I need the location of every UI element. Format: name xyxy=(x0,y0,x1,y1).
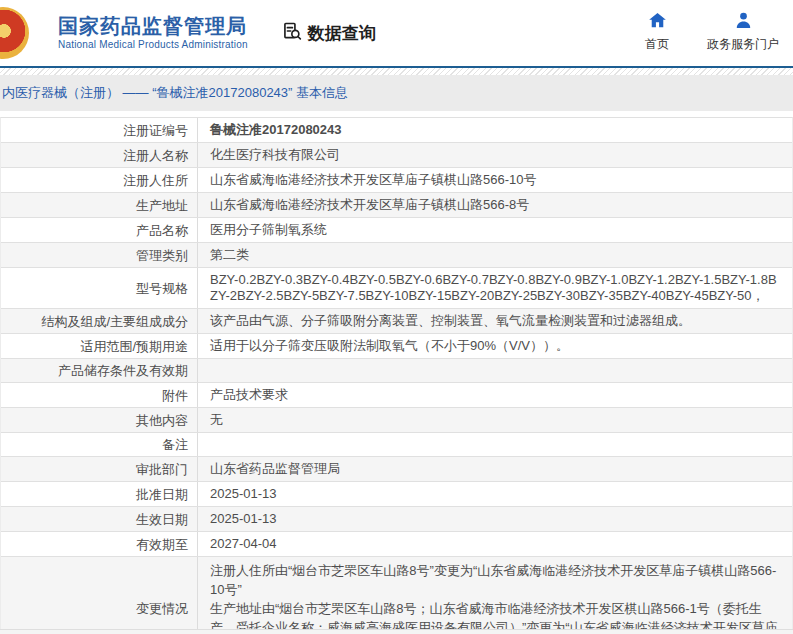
table-row: 管理类别第二类 xyxy=(1,243,792,268)
row-value: 适用于以分子筛变压吸附法制取氧气（不小于90%（V/V））。 xyxy=(198,334,792,358)
row-value: 注册人住所由“烟台市芝罘区车山路8号”变更为“山东省威海临港经济技术开发区草庙子… xyxy=(198,557,792,634)
row-label-text: 变更情况 xyxy=(136,601,188,616)
site-title-block: 国家药品监督管理局 National Medical Products Admi… xyxy=(58,16,248,50)
data-query-label: 数据查询 xyxy=(308,22,376,45)
site-title: 国家药品监督管理局 xyxy=(58,16,248,36)
row-value: 该产品由气源、分子筛吸附分离装置、控制装置、氧气流量检测装置和过滤器组成。 xyxy=(198,309,792,333)
row-value: 医用分子筛制氧系统 xyxy=(198,218,792,242)
row-label-text: 批准日期 xyxy=(136,487,188,502)
document-search-icon xyxy=(282,21,302,46)
row-value: 鲁械注准20172080243 xyxy=(198,118,792,142)
row-value: 山东省药品监督管理局 xyxy=(198,457,792,481)
table-row: 生效日期2025-01-13 xyxy=(1,507,792,532)
row-value-line: 注册人住所由“烟台市芝罘区车山路8号”变更为“山东省威海临港经济技术开发区草庙子… xyxy=(210,561,782,599)
table-row: 附件产品技术要求 xyxy=(1,383,792,408)
row-label: 附件 xyxy=(1,383,198,407)
row-label: 结构及组成/主要组成成分 xyxy=(1,309,198,333)
row-value: 无 xyxy=(198,408,792,432)
row-label-text: 生效日期 xyxy=(136,512,188,527)
row-value: 山东省威海临港经济技术开发区草庙子镇棋山路566-10号 xyxy=(198,168,792,192)
row-label-text: 其他内容 xyxy=(136,413,188,428)
row-label: 注册人住所 xyxy=(1,168,198,192)
row-value: 化生医疗科技有限公司 xyxy=(198,143,792,167)
table-row: 型号规格BZY-0.2BZY-0.3BZY-0.4BZY-0.5BZY-0.6B… xyxy=(1,268,792,309)
breadcrumb: 内医疗器械（注册） —— “鲁械注准20172080243” 基本信息 xyxy=(0,84,348,102)
row-value xyxy=(198,359,792,382)
table-row: 批准日期2025-01-13 xyxy=(1,482,792,507)
row-label: 注册证编号 xyxy=(1,118,198,142)
row-label: 产品名称 xyxy=(1,218,198,242)
row-label: 产品储存条件及有效期 xyxy=(1,359,198,382)
table-row: 有效期至2027-04-04 xyxy=(1,532,792,557)
row-label: 批准日期 xyxy=(1,482,198,506)
table-row: 生产地址山东省威海临港经济技术开发区草庙子镇棋山路566-8号 xyxy=(1,193,792,218)
breadcrumb-bar: 内医疗器械（注册） —— “鲁械注准20172080243” 基本信息 xyxy=(0,75,793,111)
nav-home-label: 首页 xyxy=(645,36,669,53)
row-value: 2027-04-04 xyxy=(198,532,792,556)
user-icon xyxy=(734,11,753,33)
row-label: 管理类别 xyxy=(1,243,198,267)
row-label-text: 注册证编号 xyxy=(123,123,188,138)
row-value xyxy=(198,433,792,456)
row-value: 第二类 xyxy=(198,243,792,267)
site-subtitle: National Medical Products Administration xyxy=(58,40,248,50)
row-label-text: 附件 xyxy=(162,388,188,403)
row-label: 生产地址 xyxy=(1,193,198,217)
nav-portal-label: 政务服务门户 xyxy=(707,36,779,53)
row-label-text: 结构及组成/主要组成成分 xyxy=(41,314,188,329)
home-icon xyxy=(648,11,667,33)
data-query-section[interactable]: 数据查询 xyxy=(282,21,376,46)
nav-portal[interactable]: 政务服务门户 xyxy=(707,11,779,53)
row-label: 审批部门 xyxy=(1,457,198,481)
table-row: 注册人住所山东省威海临港经济技术开发区草庙子镇棋山路566-10号 xyxy=(1,168,792,193)
table-row: 其他内容无 xyxy=(1,408,792,433)
row-value: 山东省威海临港经济技术开发区草庙子镇棋山路566-8号 xyxy=(198,193,792,217)
row-value: 产品技术要求 xyxy=(198,383,792,407)
row-label: 适用范围/预期用途 xyxy=(1,334,198,358)
row-label-text: 管理类别 xyxy=(136,248,188,263)
row-label-text: 有效期至 xyxy=(136,537,188,552)
row-label-text: 备注 xyxy=(162,437,188,452)
row-value: 2025-01-13 xyxy=(198,482,792,506)
national-emblem-logo xyxy=(0,7,29,59)
table-row: 审批部门山东省药品监督管理局 xyxy=(1,457,792,482)
row-label-text: 审批部门 xyxy=(136,462,188,477)
row-label-text: 生产地址 xyxy=(136,198,188,213)
row-label: 注册人名称 xyxy=(1,143,198,167)
row-label: 备注 xyxy=(1,433,198,456)
row-label-text: 产品储存条件及有效期 xyxy=(58,363,188,378)
row-label-text: 注册人名称 xyxy=(123,148,188,163)
row-label: 其他内容 xyxy=(1,408,198,432)
table-row: 变更情况注册人住所由“烟台市芝罘区车山路8号”变更为“山东省威海临港经济技术开发… xyxy=(1,557,792,634)
info-table: 注册证编号鲁械注准20172080243注册人名称化生医疗科技有限公司注册人住所… xyxy=(0,117,793,634)
table-row: 注册人名称化生医疗科技有限公司 xyxy=(1,143,792,168)
table-row: 产品储存条件及有效期 xyxy=(1,359,792,383)
row-value: BZY-0.2BZY-0.3BZY-0.4BZY-0.5BZY-0.6BZY-0… xyxy=(198,268,792,308)
row-label: 有效期至 xyxy=(1,532,198,556)
row-label: 型号规格 xyxy=(1,268,198,308)
footer-strip xyxy=(0,629,793,634)
hatch-strip xyxy=(0,68,793,75)
row-label-text: 注册人住所 xyxy=(123,173,188,188)
header: 国家药品监督管理局 National Medical Products Admi… xyxy=(0,0,793,66)
row-value: 2025-01-13 xyxy=(198,507,792,531)
row-label-text: 适用范围/预期用途 xyxy=(80,339,188,354)
table-row: 注册证编号鲁械注准20172080243 xyxy=(1,118,792,143)
row-label-text: 型号规格 xyxy=(136,281,188,296)
row-label-text: 产品名称 xyxy=(136,223,188,238)
table-row: 适用范围/预期用途适用于以分子筛变压吸附法制取氧气（不小于90%（V/V））。 xyxy=(1,334,792,359)
nav-home[interactable]: 首页 xyxy=(635,11,679,53)
table-row: 备注 xyxy=(1,433,792,457)
table-row: 产品名称医用分子筛制氧系统 xyxy=(1,218,792,243)
table-row: 结构及组成/主要组成成分该产品由气源、分子筛吸附分离装置、控制装置、氧气流量检测… xyxy=(1,309,792,334)
header-nav: 首页 政务服务门户 xyxy=(635,11,779,53)
row-label: 生效日期 xyxy=(1,507,198,531)
row-label: 变更情况 xyxy=(1,557,198,634)
